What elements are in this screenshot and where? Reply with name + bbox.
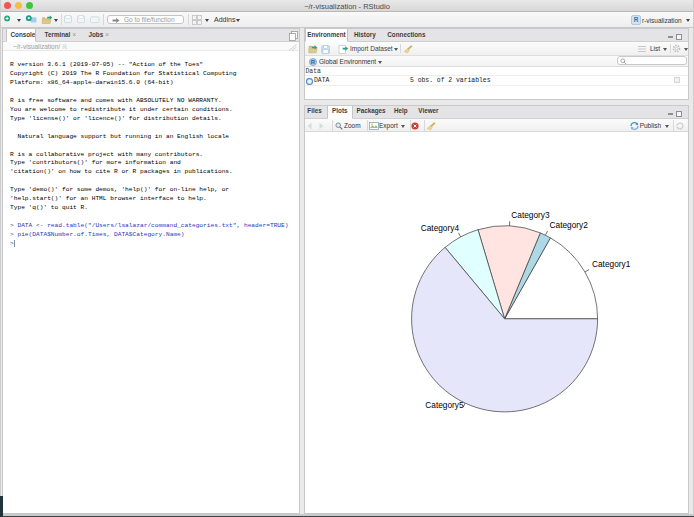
svg-text:R: R [634,16,639,23]
svg-text:Category3: Category3 [511,209,550,219]
svg-text:R: R [311,59,316,65]
svg-text:Category5: Category5 [425,399,464,409]
svg-text:Category2: Category2 [550,220,589,230]
svg-text:Category4: Category4 [421,222,460,232]
svg-text:Category1: Category1 [592,259,631,269]
